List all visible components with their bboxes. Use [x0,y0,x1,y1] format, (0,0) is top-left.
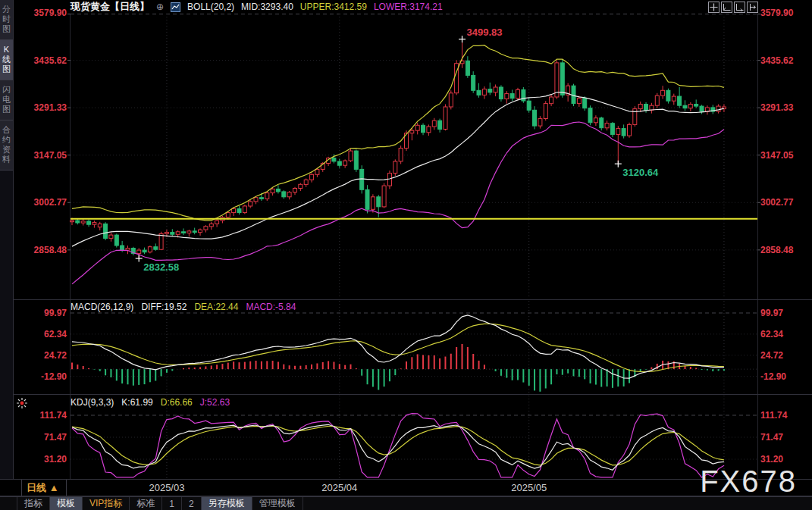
kdj-k-value: K:61.99 [121,397,152,408]
axis-tick-label: 62.34 [760,329,783,339]
macd-name: MACD(26,12,9) [71,302,133,312]
axis-tick-label: 3002.77 [760,197,793,208]
period-dropdown-arrow: ▲ [49,482,59,493]
axis-tick-label: 99.97 [760,308,783,318]
axis-tick-label: 3579.90 [760,8,793,18]
kdj-axis-divider [0,479,812,480]
price-annotation: 2832.58 [143,261,179,273]
period-label: 日线 [27,482,46,493]
macd-chart[interactable] [0,300,812,394]
scale-left-icon[interactable] [721,2,732,13]
fx678-watermark: FX678 [700,465,797,499]
axis-tick-label: 31.20 [760,454,783,465]
boll-mid-value: MID:3293.40 [241,2,293,12]
scale-right-icon[interactable] [734,2,745,13]
boll-label: BOLL(20,2) [187,2,234,12]
sidebar-tab-0[interactable]: 分时图 [0,0,13,40]
axis-tick-label: 3435.62 [760,55,793,66]
sidebar-tab-3[interactable]: 合约资料 [0,120,13,171]
kdj-d-value: D:66.66 [161,397,193,408]
price-annotation: 3120.64 [622,167,658,178]
time-axis-label: 2025/03 [136,482,197,493]
price-macd-divider [0,299,812,300]
toolbar-item-4[interactable]: 1 [162,497,182,510]
kdj-j-value: J:52.63 [200,397,230,408]
sidebar-tab-2[interactable]: 闪电图 [0,80,13,120]
axis-tick-label: 2858.48 [760,245,793,255]
chart-header: 现货黄金【日线】 ⊕ BOLL(20,2) MID:3293.40 UPPER:… [71,1,443,13]
toolbar-item-3[interactable]: 标准 [130,497,162,510]
macd-kdj-divider [0,394,812,395]
chart-type-sidebar: 分时图K线图闪电图合约资料 [0,0,14,479]
boll-upper-value: UPPER:3412.59 [300,2,367,12]
macd-header: MACD(26,12,9) DIFF:19.52 DEA:22.44 MACD:… [71,302,296,312]
bottom-toolbar: 指标模板VIP指标标准12另存模板管理模板 [0,496,812,510]
boll-chart-icon [171,2,180,12]
chart-window: 分时图K线图闪电图合约资料 现货黄金【日线】 ⊕ BOLL(20,2) MID:… [0,0,812,510]
macd-macd-value: MACD:-5.84 [246,302,296,312]
price-chart[interactable] [0,14,812,299]
kdj-name: KDJ(9,3,3) [71,397,114,408]
chart-toolbar-icons [708,2,758,13]
axis-tick-label: 111.74 [760,410,787,421]
boll-lower-value: LOWER:3174.21 [374,2,443,12]
sidebar-tab-1[interactable]: K线图 [0,40,13,80]
price-annotation: 3499.83 [467,27,503,38]
kdj-header: KDJ(9,3,3) K:61.99 D:66.66 J:52.63 [71,397,230,408]
add-indicator-icon[interactable]: ⊕ [156,2,164,12]
macd-diff-value: DIFF:19.52 [141,302,187,312]
axis-tick-label: 71.47 [760,432,783,443]
crosshair-tool-icon[interactable] [708,2,720,13]
axis-tick-label: 24.72 [760,350,783,361]
toolbar-item-7[interactable]: 管理模板 [252,497,303,510]
time-axis-label: 2025/05 [499,482,560,493]
axis-tick-label: 3147.05 [760,150,793,161]
time-axis-label: 2025/04 [309,482,370,493]
toolbar-item-1[interactable]: 模板 [50,497,83,510]
axis-tick-label: -12.90 [760,371,786,382]
pan-right-icon[interactable] [747,2,758,13]
toolbar-item-6[interactable]: 另存模板 [202,497,252,510]
toolbar-item-5[interactable]: 2 [182,497,202,510]
toolbar-item-0[interactable]: 指标 [17,497,50,510]
toolbar-item-2[interactable]: VIP指标 [83,497,130,510]
symbol-title: 现货黄金【日线】 [71,0,149,14]
period-selector[interactable]: 日线 ▲ [21,480,67,496]
macd-dea-value: DEA:22.44 [194,302,238,312]
pane-settings-icon[interactable] [16,397,28,409]
axis-tick-label: 3291.33 [760,102,793,113]
